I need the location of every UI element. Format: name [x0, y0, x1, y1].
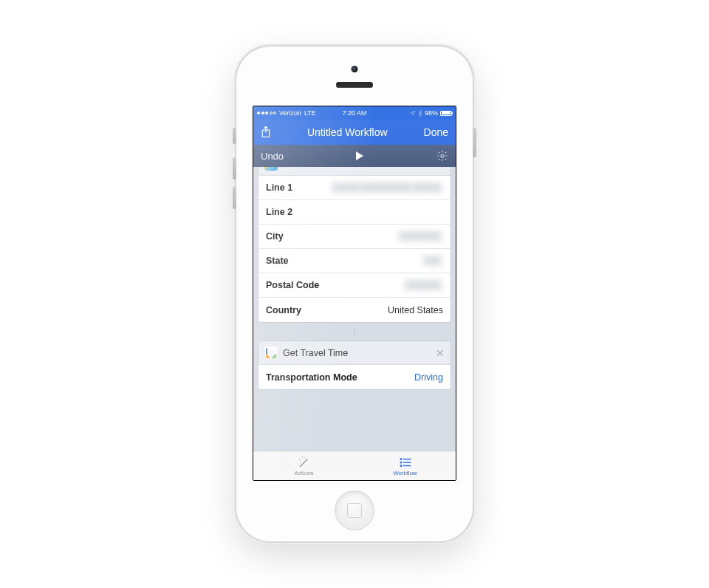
wand-icon — [297, 456, 312, 469]
label-line2: Line 2 — [266, 207, 325, 217]
tab-actions[interactable]: Actions — [253, 451, 354, 480]
action-title: Street Address — [283, 167, 343, 169]
row-line2[interactable]: Line 2 — [258, 200, 451, 225]
value-city: XXXXXX — [397, 230, 443, 242]
value-postal: XXXXX — [403, 279, 443, 291]
svg-point-1 — [441, 154, 444, 157]
svg-point-7 — [400, 465, 402, 466]
action-get-travel-time[interactable]: Get Travel Time ✕ Transportation Mode Dr… — [258, 341, 451, 390]
carrier-label: Verizon — [279, 109, 301, 117]
label-state: State — [266, 256, 325, 266]
label-postal: Postal Code — [266, 280, 325, 290]
label-country: Country — [266, 305, 325, 315]
page-title: Untitled Workflow — [307, 126, 388, 138]
action-street-address[interactable]: Street Address ✕ Line 1 XXXX XXXXXXXX XX… — [258, 167, 451, 323]
volume-up — [233, 157, 236, 180]
bluetooth-icon — [418, 110, 422, 117]
phone-frame: Verizon LTE 7:20 AM 98% Untitled Workflo… — [236, 47, 473, 541]
value-line1: XXXX XXXXXXXX XXXX — [331, 182, 443, 194]
tab-workflow[interactable]: Workflow — [354, 451, 456, 480]
row-postal[interactable]: Postal Code XXXXX — [258, 273, 451, 298]
action-header: Street Address ✕ — [258, 167, 451, 176]
battery-percent: 98% — [425, 109, 438, 117]
location-icon — [410, 110, 416, 116]
clock: 7:20 AM — [342, 109, 366, 117]
gear-icon[interactable] — [436, 150, 448, 162]
action-title: Get Travel Time — [283, 348, 348, 358]
row-state[interactable]: State XX — [258, 249, 451, 273]
front-camera — [352, 66, 358, 72]
label-transport-mode: Transportation Mode — [266, 372, 369, 383]
value-country: United States — [388, 305, 443, 315]
signal-dots — [257, 112, 276, 114]
play-icon[interactable] — [356, 151, 363, 160]
editor-toolbar: Undo — [253, 145, 456, 167]
close-icon[interactable]: ✕ — [436, 167, 445, 170]
undo-button[interactable]: Undo — [261, 151, 284, 162]
tab-bar: Actions Workflow — [253, 451, 456, 480]
row-city[interactable]: City XXXXXX — [258, 225, 451, 249]
close-icon[interactable]: ✕ — [436, 347, 445, 359]
screen: Verizon LTE 7:20 AM 98% Untitled Workflo… — [253, 106, 456, 481]
address-icon — [264, 167, 278, 171]
workflow-canvas[interactable]: Street Address ✕ Line 1 XXXX XXXXXXXX XX… — [253, 167, 456, 451]
nav-bar: Untitled Workflow Done — [253, 120, 456, 145]
row-line1[interactable]: Line 1 XXXX XXXXXXXX XXXX — [258, 176, 451, 200]
label-line1: Line 1 — [266, 182, 325, 193]
volume-down — [233, 187, 236, 209]
row-country[interactable]: Country United States — [258, 298, 451, 322]
tab-label: Actions — [294, 470, 313, 476]
svg-point-6 — [400, 462, 402, 463]
earpiece-speaker — [336, 82, 373, 88]
list-icon — [398, 456, 413, 469]
battery-icon — [440, 111, 452, 116]
power-button — [473, 128, 476, 157]
status-right: 98% — [410, 109, 452, 117]
row-transport-mode[interactable]: Transportation Mode Driving — [258, 365, 451, 389]
done-button[interactable]: Done — [424, 126, 448, 138]
value-state: XX — [422, 255, 443, 267]
tab-label: Workflow — [393, 470, 417, 476]
svg-point-5 — [400, 458, 402, 459]
action-header: Get Travel Time ✕ — [258, 341, 451, 365]
maps-icon — [264, 346, 278, 360]
network-label: LTE — [304, 109, 316, 117]
action-connector — [354, 329, 355, 336]
label-city: City — [266, 231, 325, 242]
status-bar: Verizon LTE 7:20 AM 98% — [253, 106, 456, 120]
mute-switch — [233, 128, 236, 144]
home-button[interactable] — [335, 491, 374, 530]
share-button[interactable] — [261, 126, 271, 139]
value-transport-mode[interactable]: Driving — [414, 372, 443, 383]
